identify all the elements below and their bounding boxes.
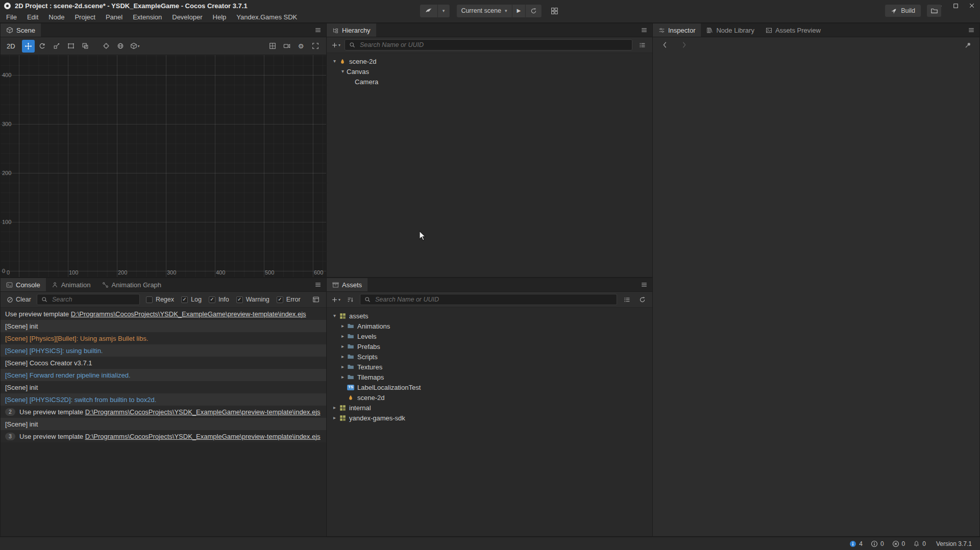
assets-tab-assets[interactable]: Assets [327,278,368,291]
pin-inspector-button[interactable] [962,39,973,51]
history-forward-button[interactable] [678,39,690,51]
hierarchy-panel-menu-button[interactable] [636,23,652,37]
caret-right-icon[interactable]: ▸ [339,374,347,380]
log-link[interactable]: D:\Programms\CocosProjects\YSDK_ExampleG… [85,408,321,416]
scale-tool[interactable] [51,40,63,53]
scene-settings-button[interactable]: ⚙ [295,40,307,53]
caret-down-icon[interactable]: ▾ [331,59,338,64]
assets-search-input[interactable] [374,295,612,304]
scene-tab-scene[interactable]: Scene [1,23,41,37]
scene-viewport[interactable]: 01002003004005006004003002001000 [1,55,326,277]
hierarchy-search-input[interactable] [359,41,628,49]
console-clear-button[interactable]: Clear [5,296,33,303]
console-tab-console[interactable]: Console [1,278,46,291]
log-link[interactable]: D:\Programms\CocosProjects\YSDK_ExampleG… [85,433,321,440]
move-tool[interactable] [22,40,35,53]
scene-camera-button[interactable] [280,40,293,53]
scene-select[interactable]: Current scene ▾ [456,5,511,17]
status-error[interactable]: 0 [892,540,905,547]
filter-error[interactable]: ✓Error [277,296,301,303]
hierarchy-node-camera[interactable]: Camera [327,77,652,87]
scene-panel-menu-button[interactable] [310,23,326,37]
create-asset-button[interactable]: ▾ [331,296,340,303]
console-panel-menu-button[interactable] [310,278,326,291]
inspector-tab-inspector[interactable]: Inspector [653,23,701,37]
fullscreen-button[interactable] [309,40,322,53]
caret-right-icon[interactable]: ▸ [339,334,347,339]
filter-log[interactable]: ✓Log [181,296,202,303]
rect-tool[interactable] [65,40,78,53]
inspector-tab-assets-preview[interactable]: Assets Preview [760,23,826,37]
hierarchy-view-button[interactable] [636,39,648,51]
asset-yandex-games-sdk[interactable]: ▸yandex-games-sdk [327,413,652,423]
console-log-row[interactable]: 2Use preview template D:\Programms\Cocos… [1,406,326,418]
console-log-row[interactable]: [Scene] Cocos Creator v3.7.1 [1,357,326,369]
caret-right-icon[interactable]: ▸ [331,415,338,420]
menu-yandex-games-sdk[interactable]: Yandex.Games SDK [231,11,302,23]
console-log-row[interactable]: [Scene] Forward render pipeline initiali… [1,369,326,381]
menu-extension[interactable]: Extension [128,11,167,23]
history-back-button[interactable] [659,39,670,51]
menu-edit[interactable]: Edit [22,11,43,23]
console-search-input[interactable] [51,295,135,304]
asset-tilemaps[interactable]: ▸Tilemaps [327,372,652,382]
build-button[interactable]: Build [885,5,921,17]
caret-right-icon[interactable]: ▸ [339,354,347,359]
console-log-row[interactable]: [Scene] init [1,320,326,332]
asset-internal[interactable]: ▸internal [327,403,652,413]
caret-down-icon[interactable]: ▾ [331,313,338,318]
status-info-gray[interactable]: 0 [871,540,884,547]
asset-scene-2d[interactable]: scene-2d [327,392,652,403]
gizmo-dropdown[interactable]: ▾ [129,40,141,53]
console-tab-animation[interactable]: Animation [46,278,96,291]
caret-right-icon[interactable]: ▸ [339,364,347,369]
menu-panel[interactable]: Panel [101,11,128,23]
hierarchy-tab-hierarchy[interactable]: Hierarchy [327,23,376,37]
assets-sort-button[interactable] [345,294,356,305]
asset-levels[interactable]: ▸Levels [327,331,652,341]
menu-help[interactable]: Help [208,11,232,23]
menu-project[interactable]: Project [69,11,100,23]
filter-info[interactable]: ✓Info [209,296,229,303]
hierarchy-node-scene-2d[interactable]: ▾scene-2d [327,56,652,66]
status-info-blue[interactable]: 4 [849,540,863,547]
inspector-panel-menu-button[interactable] [963,23,979,37]
console-log-row[interactable]: 3Use preview template D:\Programms\Cocos… [1,430,326,442]
pivot-toggle[interactable] [100,40,113,53]
menu-developer[interactable]: Developer [167,11,207,23]
asset-animations[interactable]: ▸Animations [327,321,652,331]
rotate-tool[interactable] [36,40,49,53]
console-log-row[interactable]: [Scene] [PHYSICS2D]: switch from builtin… [1,393,326,406]
transform-tool[interactable] [79,40,92,53]
preview-panels-button[interactable] [549,5,560,16]
status-bell[interactable]: 0 [913,540,926,547]
menu-file[interactable]: File [1,11,22,23]
caret-right-icon[interactable]: ▸ [331,405,338,410]
assets-view-button[interactable] [621,294,632,305]
wireframe-toggle[interactable] [266,40,279,53]
asset-textures[interactable]: ▸Textures [327,362,652,372]
menu-node[interactable]: Node [43,11,69,23]
assets-panel-menu-button[interactable] [636,278,652,291]
space-toggle[interactable] [114,40,127,53]
mode-2d-button[interactable]: 2D [5,42,20,50]
create-node-button[interactable]: ▾ [331,42,340,48]
console-log-row[interactable]: [Scene] [Physics][Bullet]: Using asmjs B… [1,332,326,344]
console-tab-animation-graph[interactable]: Animation Graph [96,278,167,291]
caret-right-icon[interactable]: ▸ [339,323,347,329]
caret-down-icon[interactable]: ▾ [339,69,347,74]
asset-scripts[interactable]: ▸Scripts [327,352,652,362]
console-log-row[interactable]: [Scene] [PHYSICS]: using builtin. [1,344,326,357]
open-build-folder-button[interactable] [927,5,941,17]
asset-labellocalizationtest[interactable]: TSLabelLocalizationTest [327,382,652,392]
maximize-button[interactable] [947,0,964,11]
inspector-tab-node-library[interactable]: Node Library [701,23,760,37]
log-link[interactable]: D:\Programms\CocosProjects\YSDK_ExampleG… [71,310,306,318]
console-log-row[interactable]: [Scene] init [1,418,326,430]
collapse-logs-button[interactable] [310,294,322,305]
close-button[interactable] [964,0,980,11]
console-log-row[interactable]: [Scene] init [1,381,326,393]
asset-prefabs[interactable]: ▸Prefabs [327,341,652,352]
caret-right-icon[interactable]: ▸ [339,344,347,349]
asset-assets[interactable]: ▾assets [327,311,652,321]
